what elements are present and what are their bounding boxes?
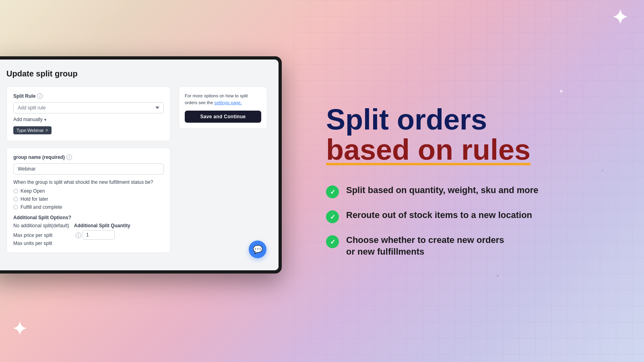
info-card: For more options on how to split orders … (179, 86, 267, 129)
additional-split-qty-label: Additional Split Quantity (74, 223, 130, 228)
feature-item-2: ✓ Reroute out of stock items to a new lo… (326, 210, 612, 223)
feature-text-3: Choose whether to create new ordersor ne… (346, 234, 504, 257)
max-units-label: Max units per split (13, 241, 69, 246)
max-price-label: Max price per split (13, 232, 69, 238)
add-manually-label: Add manually (13, 117, 43, 122)
split-rule-info-icon: i (37, 93, 43, 99)
radio-dot (13, 197, 18, 202)
group-name-label: group name (required) i (13, 154, 164, 160)
add-manually-button[interactable]: Add manually ▾ (13, 117, 164, 122)
split-rule-label: Split Rule i (13, 93, 164, 99)
tag-label: Type:Webinar (17, 128, 44, 133)
no-additional-split-option: No additional split(default) Max price p… (13, 223, 69, 246)
radio-keep-open[interactable]: Keep Open (13, 188, 164, 194)
screen-content: Update split group Split Rule i Add spli… (0, 60, 279, 270)
headline: Split orders based on rules (326, 105, 612, 165)
feature-text-2: Reroute out of stock items to a new loca… (346, 210, 532, 221)
group-name-info-icon: i (66, 154, 72, 160)
split-options-row: No additional split(default) Max price p… (13, 223, 164, 246)
radio-dot (13, 205, 18, 210)
checkmark-3: ✓ (330, 238, 335, 246)
radio-fulfill-complete[interactable]: Fulfill and complete (13, 204, 164, 210)
fulfillment-question: When the group is split what should the … (13, 179, 164, 185)
tag-close-icon[interactable]: × (45, 128, 48, 133)
feature-text-1: Split based on quantity, weight, sku and… (346, 185, 539, 196)
settings-page-link[interactable]: settings page. (214, 100, 242, 105)
radio-dot (13, 189, 18, 193)
laptop-screen: Update split group Split Rule i Add spli… (0, 56, 282, 274)
additional-split-info-icon: i (76, 232, 83, 238)
tag-item: Type:Webinar × (13, 126, 52, 134)
chat-icon: 💬 (253, 245, 263, 254)
laptop-mockup: Update split group Split Rule i Add spli… (0, 56, 290, 274)
check-icon-1: ✓ (326, 185, 339, 198)
page-title: Update split group (6, 69, 267, 78)
check-icon-2: ✓ (326, 210, 339, 223)
check-icon-3: ✓ (326, 235, 339, 248)
group-name-input[interactable] (13, 163, 164, 175)
marketing-section: Split orders based on rules ✓ Split base… (294, 0, 644, 362)
chat-bubble-button[interactable]: 💬 (249, 241, 266, 258)
chevron-down-icon: ▾ (44, 117, 46, 122)
split-rule-select[interactable]: Add split rule (13, 102, 164, 113)
additional-split-qty-input[interactable] (83, 230, 115, 240)
left-panel: Split Rule i Add split rule Add manually… (6, 86, 171, 258)
save-and-continue-button[interactable]: Save and Continue (185, 111, 261, 123)
main-layout: Split Rule i Add split rule Add manually… (6, 86, 267, 258)
radio-hold-for-later[interactable]: Hold for later (13, 196, 164, 202)
info-card-text: For more options on how to split orders … (185, 93, 261, 106)
fulfillment-status-radio-group: Keep Open Hold for later Fulfill and com… (13, 188, 164, 210)
checkmark-2: ✓ (330, 213, 335, 221)
feature-item-1: ✓ Split based on quantity, weight, sku a… (326, 185, 612, 198)
no-additional-split-label: No additional split(default) (13, 223, 69, 228)
feature-item-3: ✓ Choose whether to create new ordersor … (326, 234, 612, 257)
additional-split-qty-option: Additional Split Quantity i (74, 223, 130, 240)
additional-options-label: Additional Split Options? (13, 215, 164, 220)
checkmark-1: ✓ (330, 188, 335, 196)
tag-container: Type:Webinar × (13, 126, 164, 134)
star-decoration-bottom-left: ✦ (12, 320, 27, 338)
group-details-card: group name (required) i When the group i… (6, 148, 171, 253)
features-list: ✓ Split based on quantity, weight, sku a… (326, 185, 612, 257)
app-ui: Update split group Split Rule i Add spli… (0, 60, 279, 270)
headline-line2: based on rules (326, 135, 612, 165)
split-rule-card: Split Rule i Add split rule Add manually… (6, 86, 171, 141)
headline-line1: Split orders (326, 105, 612, 135)
right-panel: For more options on how to split orders … (179, 86, 267, 258)
